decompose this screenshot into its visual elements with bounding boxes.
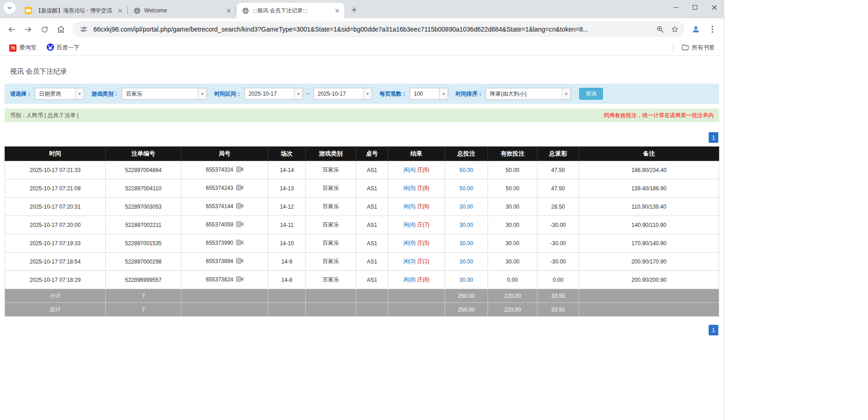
cell-session: 14-10: [268, 234, 306, 253]
cell-game-type: 百家乐: [306, 179, 356, 198]
cell-bet-id: 522897004864: [106, 161, 181, 179]
chevron-down-icon[interactable]: ▼: [439, 88, 448, 99]
bookmark-taobao[interactable]: 爱淘宝: [5, 42, 40, 54]
maximize-icon: [693, 5, 697, 10]
cell-session: 14-12: [268, 198, 306, 216]
total-bet-link[interactable]: 30.00: [459, 258, 473, 265]
tab-close-icon[interactable]: [225, 7, 232, 14]
column-header: 游戏类别: [306, 147, 356, 161]
round-video-icon[interactable]: [236, 167, 244, 173]
total-bet-link[interactable]: 30.00: [459, 204, 473, 210]
cell-round-id: 655374324: [181, 161, 268, 179]
address-bar[interactable]: 66cxkj98.com/ipl/portal.php/game/betreco…: [72, 22, 684, 37]
menu-button[interactable]: [705, 22, 720, 37]
result-banker: 庄(8): [417, 185, 429, 191]
page-content: 视讯 会员下注纪录 请选择： 日期查询 ▼ 游戏类别： 百家乐 ▼ 时间区间： …: [0, 56, 724, 349]
new-tab-button[interactable]: [348, 4, 360, 16]
cell-game-type: 百家乐: [306, 234, 356, 253]
round-video-icon[interactable]: [236, 276, 244, 283]
url-text[interactable]: 66cxkj98.com/ipl/portal.php/game/betreco…: [93, 26, 651, 33]
subtotal-row: 小计7250.00220.0033.50: [5, 289, 719, 303]
round-video-icon[interactable]: [236, 221, 244, 228]
chevron-down-icon[interactable]: ▼: [294, 88, 303, 99]
date-to-select[interactable]: 2025-10-17 ▼: [314, 88, 372, 100]
cell-note: 140.90/110.90: [579, 216, 719, 234]
back-button[interactable]: [4, 22, 19, 37]
date-from-select[interactable]: 2025-10-17 ▼: [244, 88, 303, 100]
reload-button[interactable]: [37, 22, 52, 37]
round-video-icon[interactable]: [236, 240, 244, 247]
profile-button[interactable]: [688, 22, 704, 37]
result-player: 闲(9): [403, 240, 416, 246]
pagination-top: 1: [5, 132, 718, 143]
chevron-down-icon[interactable]: ▼: [562, 88, 570, 99]
cell-bet-id: 522896999557: [106, 271, 181, 289]
bookmark-star-icon[interactable]: [670, 24, 680, 34]
result-banker: 庄(8): [417, 276, 429, 283]
minimize-button[interactable]: [666, 0, 685, 15]
summary-cell: [181, 303, 268, 317]
chevron-down-icon[interactable]: ▼: [363, 88, 372, 99]
forward-button[interactable]: [20, 22, 36, 37]
cell-total-bet: 30.00: [445, 253, 488, 271]
chevron-down-icon[interactable]: ▼: [198, 88, 206, 99]
total-bet-link[interactable]: 30.00: [459, 240, 473, 247]
cell-note: 110.90/139.40: [579, 198, 719, 216]
sort-select[interactable]: 降幂(由大到小) ▼: [486, 88, 571, 100]
tab-close-icon[interactable]: [116, 7, 124, 14]
table-row: 2025-10-17 07:18:29522896999557655373824…: [5, 271, 719, 289]
home-button[interactable]: [53, 22, 69, 37]
total-bet-link[interactable]: 30.00: [459, 277, 473, 283]
cell-bet-id: 522897000298: [106, 253, 181, 271]
bookmark-label: 百度一下: [57, 44, 80, 52]
browser-window: 【新提醒】海燕论坛 - 博学交流 Welcome :::视讯 会员下注记录:::: [0, 0, 724, 420]
column-header: 桌号: [356, 147, 388, 161]
close-button[interactable]: [705, 0, 724, 15]
total-bet-link[interactable]: 30.00: [459, 222, 473, 228]
total-bet-link[interactable]: 50.00: [459, 167, 473, 173]
summary-cell: 250.00: [445, 303, 488, 317]
game-type-select[interactable]: 百家乐 ▼: [122, 88, 207, 100]
bet-table-body: 2025-10-17 07:21:33522897004864655374324…: [5, 161, 719, 317]
round-video-icon[interactable]: [236, 258, 244, 265]
tab-bet-record[interactable]: :::视讯 会员下注记录:::: [236, 3, 344, 18]
round-video-icon[interactable]: [236, 185, 244, 192]
all-bookmarks-button[interactable]: 所有书签: [678, 42, 718, 54]
site-info-icon[interactable]: [79, 24, 89, 34]
cell-bet-id: 522897003053: [106, 198, 181, 216]
tab-welcome[interactable]: Welcome: [128, 3, 236, 18]
summary-cell: 总计: [5, 303, 106, 317]
cell-valid-bet: 30.00: [488, 234, 537, 253]
result-banker: 庄(7): [417, 221, 429, 228]
folder-icon: [682, 44, 689, 52]
tab-search-button[interactable]: [4, 2, 16, 14]
summary-cell: [356, 303, 388, 317]
round-video-icon[interactable]: [236, 203, 244, 210]
cell-total-bet: 30.00: [445, 198, 488, 216]
date-from-value: 2025-10-17: [245, 88, 294, 99]
window-controls: [666, 0, 724, 15]
query-type-select[interactable]: 日期查询 ▼: [35, 88, 84, 100]
result-banker: 庄(1): [417, 258, 429, 264]
cell-result: 闲(4) 庄(7): [388, 216, 445, 234]
tab-forum[interactable]: 【新提醒】海燕论坛 - 博学交流: [19, 3, 127, 18]
per-page-select[interactable]: 100 ▼: [410, 88, 448, 100]
bookmark-baidu[interactable]: 百度一下: [43, 42, 83, 54]
page-1-button[interactable]: 1: [709, 325, 718, 335]
zoom-icon[interactable]: [655, 24, 665, 34]
column-header: 总投注: [445, 147, 488, 161]
tab-close-icon[interactable]: [333, 7, 341, 14]
chevron-down-icon[interactable]: ▼: [75, 88, 84, 99]
total-bet-link[interactable]: 50.00: [459, 185, 473, 192]
profile-icon: [691, 25, 700, 34]
maximize-button[interactable]: [685, 0, 705, 15]
minimize-icon: [673, 7, 678, 8]
game-type-label: 游戏类别：: [92, 90, 119, 98]
column-header: 总派彩: [537, 147, 579, 161]
search-button[interactable]: 查询: [579, 88, 603, 100]
page-1-button[interactable]: 1: [709, 132, 718, 143]
baidu-icon: [47, 43, 54, 52]
summary-cell: [306, 303, 356, 317]
column-header: 有效投注: [488, 147, 537, 161]
summary-cell: [388, 303, 445, 317]
